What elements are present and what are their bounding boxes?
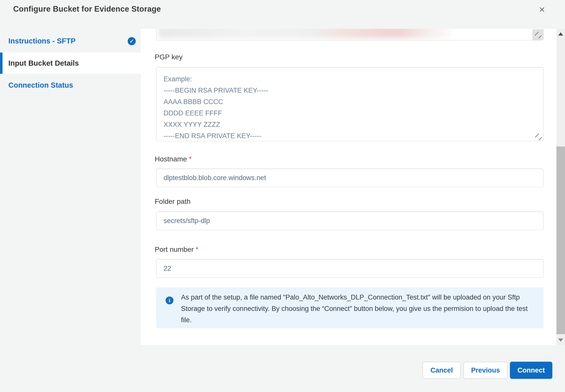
required-asterisk: * <box>196 246 198 253</box>
folder-path-input[interactable] <box>156 211 544 230</box>
scroll-up-icon <box>558 32 563 36</box>
sidebar-item-instructions-sftp[interactable]: Instructions - SFTP ✓ <box>0 30 141 52</box>
close-icon: ✕ <box>539 5 545 14</box>
info-banner: i As part of the setup, a file named "Pa… <box>156 287 544 328</box>
redacted-content-blur <box>159 29 451 38</box>
hostname-input[interactable] <box>156 168 544 187</box>
close-button[interactable]: ✕ <box>536 4 548 15</box>
sidebar-item-label: Input Bucket Details <box>8 59 79 67</box>
main-form-panel: PGP key Hostname* Folder path Port numbe… <box>141 29 556 345</box>
folder-path-label: Folder path <box>155 198 191 206</box>
resize-grip-icon[interactable] <box>535 134 542 140</box>
vertical-scrollbar[interactable] <box>556 29 565 345</box>
sidebar-item-label: Connection Status <box>8 81 73 89</box>
hostname-label: Hostname* <box>155 155 192 163</box>
scroll-up-button[interactable] <box>556 29 565 39</box>
port-number-label: Port number* <box>155 246 198 254</box>
sidebar-item-input-bucket-details[interactable]: Input Bucket Details <box>0 53 141 74</box>
port-number-input[interactable] <box>156 259 544 278</box>
resize-grip-icon[interactable] <box>532 29 543 40</box>
connect-button[interactable]: Connect <box>510 362 552 379</box>
scrollbar-thumb[interactable] <box>556 146 565 334</box>
pgp-key-textarea[interactable] <box>156 67 544 141</box>
redacted-textarea[interactable] <box>156 29 544 40</box>
cancel-button[interactable]: Cancel <box>422 362 461 379</box>
info-banner-text: As part of the setup, a file named "Palo… <box>181 292 534 326</box>
sidebar-item-label: Instructions - SFTP <box>8 37 76 45</box>
required-asterisk: * <box>189 155 192 163</box>
scroll-down-button[interactable] <box>556 335 565 345</box>
step-completed-check-icon: ✓ <box>128 37 136 45</box>
page-title: Configure Bucket for Evidence Storage <box>13 5 161 14</box>
sidebar-item-connection-status[interactable]: Connection Status <box>0 75 141 96</box>
scroll-down-icon <box>558 338 563 342</box>
pgp-key-label: PGP key <box>155 53 183 61</box>
info-icon: i <box>166 297 173 304</box>
previous-button[interactable]: Previous <box>463 362 508 379</box>
